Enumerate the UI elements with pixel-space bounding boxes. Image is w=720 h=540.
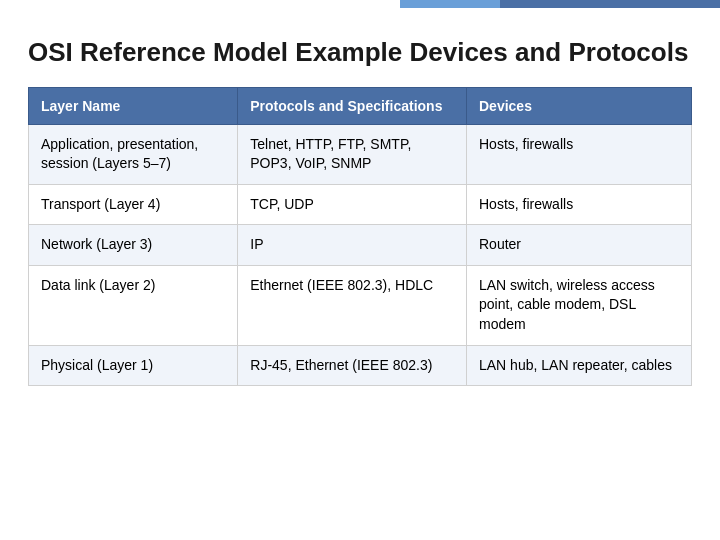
table-row: Physical (Layer 1)RJ-45, Ethernet (IEEE … [29, 345, 692, 386]
cell-layer: Data link (Layer 2) [29, 265, 238, 345]
cell-devices: LAN hub, LAN repeater, cables [467, 345, 692, 386]
cell-protocols: Telnet, HTTP, FTP, SMTP, POP3, VoIP, SNM… [238, 124, 467, 184]
cell-devices: LAN switch, wireless access point, cable… [467, 265, 692, 345]
table-header-row: Layer Name Protocols and Specifications … [29, 87, 692, 124]
cell-protocols: IP [238, 225, 467, 266]
header-devices: Devices [467, 87, 692, 124]
table-row: Application, presentation, session (Laye… [29, 124, 692, 184]
cell-protocols: TCP, UDP [238, 184, 467, 225]
cell-protocols: Ethernet (IEEE 802.3), HDLC [238, 265, 467, 345]
table-row: Transport (Layer 4)TCP, UDPHosts, firewa… [29, 184, 692, 225]
table-row: Data link (Layer 2)Ethernet (IEEE 802.3)… [29, 265, 692, 345]
cell-protocols: RJ-45, Ethernet (IEEE 802.3) [238, 345, 467, 386]
top-bar-accent [400, 0, 500, 8]
cell-layer: Physical (Layer 1) [29, 345, 238, 386]
header-protocols: Protocols and Specifications [238, 87, 467, 124]
header-layer: Layer Name [29, 87, 238, 124]
page-title: OSI Reference Model Example Devices and … [28, 36, 692, 69]
cell-devices: Hosts, firewalls [467, 184, 692, 225]
cell-layer: Network (Layer 3) [29, 225, 238, 266]
table-row: Network (Layer 3)IPRouter [29, 225, 692, 266]
osi-table: Layer Name Protocols and Specifications … [28, 87, 692, 387]
cell-layer: Application, presentation, session (Laye… [29, 124, 238, 184]
cell-devices: Router [467, 225, 692, 266]
cell-devices: Hosts, firewalls [467, 124, 692, 184]
page: OSI Reference Model Example Devices and … [0, 0, 720, 540]
cell-layer: Transport (Layer 4) [29, 184, 238, 225]
